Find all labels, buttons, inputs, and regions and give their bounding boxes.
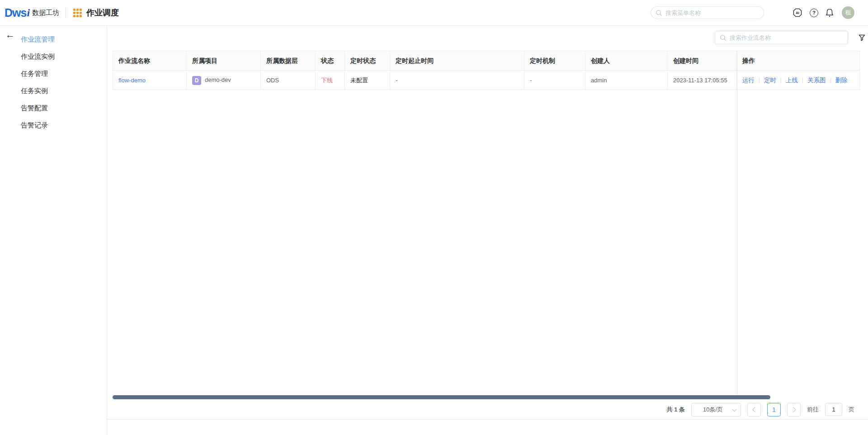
- pagination-bar: 共 1 条 10条/页 1 前往 页: [107, 400, 868, 420]
- fixed-column-divider: [737, 51, 737, 400]
- timer-mechanism-value: -: [524, 71, 585, 90]
- table-row: flow-demo Ddemo-dev ODS 下线 未配置 - - admin…: [113, 71, 860, 90]
- project-badge: D: [192, 76, 201, 85]
- topbar-left: Dwsi 数据工坊 作业调度: [5, 6, 119, 19]
- sidebar-item-alert-config[interactable]: 告警配置: [0, 99, 107, 117]
- relation-graph-button[interactable]: 关系图: [807, 76, 826, 85]
- col-data-layer: 所属数据层: [261, 51, 316, 71]
- goto-label: 前往: [807, 406, 819, 414]
- main-content: 作业流名称 所属项目 所属数据层 状态 定时状态 定时起止时间 定时机制 创建人…: [107, 26, 868, 435]
- workflow-table: 作业流名称 所属项目 所属数据层 状态 定时状态 定时起止时间 定时机制 创建人…: [113, 51, 860, 90]
- brand-logo-i: i: [27, 7, 30, 19]
- status-badge: 下线: [321, 77, 333, 84]
- online-button[interactable]: 上线: [786, 76, 798, 85]
- col-operations: 操作: [737, 51, 860, 71]
- timer-status-value: 未配置: [350, 77, 368, 84]
- topbar-divider: [66, 7, 66, 19]
- total-count: 共 1 条: [667, 406, 685, 414]
- chevron-right-icon: [791, 407, 796, 412]
- goto-page-input[interactable]: [825, 403, 842, 416]
- workflow-search-input[interactable]: [730, 34, 843, 41]
- bell-icon[interactable]: [825, 8, 834, 18]
- chevron-left-icon: [752, 407, 757, 412]
- page-size-select[interactable]: 10条/页: [691, 403, 741, 416]
- created-time-value: 2023-11-13 17:05:55: [668, 71, 737, 90]
- current-page-button[interactable]: 1: [767, 403, 781, 416]
- sidebar: ← 作业流管理 作业流实例 任务管理 任务实例 告警配置 告警记录: [0, 26, 107, 435]
- search-icon: [720, 34, 726, 41]
- back-arrow-icon[interactable]: ←: [5, 29, 15, 40]
- ai-assistant-icon[interactable]: AI: [792, 7, 803, 18]
- run-button[interactable]: 运行: [742, 76, 755, 85]
- creator-value: admin: [585, 71, 668, 90]
- prev-page-button[interactable]: [747, 403, 761, 416]
- sidebar-item-workflow-instance[interactable]: 作业流实例: [0, 48, 107, 65]
- delete-button[interactable]: 删除: [835, 76, 848, 85]
- menu-search-box[interactable]: [651, 6, 764, 19]
- page-unit-label: 页: [849, 406, 854, 414]
- page-title: 作业调度: [86, 7, 119, 18]
- sidebar-item-task-manage[interactable]: 任务管理: [0, 65, 107, 82]
- topbar-right: AI ? 租: [651, 6, 868, 19]
- filter-icon[interactable]: [858, 34, 866, 42]
- menu-search-input[interactable]: [665, 9, 759, 16]
- sidebar-item-task-instance[interactable]: 任务实例: [0, 82, 107, 99]
- col-creator: 创建人: [585, 51, 668, 71]
- col-project: 所属项目: [187, 51, 261, 71]
- topbar: Dwsi 数据工坊 作业调度 AI ? 租: [0, 0, 868, 26]
- col-timer-status: 定时状态: [345, 51, 390, 71]
- search-icon: [656, 9, 662, 16]
- workflow-name-link[interactable]: flow-demo: [118, 77, 146, 84]
- data-layer-value: ODS: [261, 71, 316, 90]
- horizontal-scrollbar[interactable]: [113, 395, 770, 399]
- project-name: demo-dev: [205, 76, 231, 83]
- col-timer-range: 定时起止时间: [390, 51, 524, 71]
- col-status: 状态: [316, 51, 345, 71]
- brand-logo: Dws: [5, 6, 26, 19]
- avatar[interactable]: 租: [842, 6, 854, 19]
- col-workflow-name: 作业流名称: [113, 51, 187, 71]
- timer-range-value: -: [390, 71, 524, 90]
- help-icon[interactable]: ?: [810, 9, 818, 17]
- col-created-time: 创建时间: [668, 51, 737, 71]
- table-header-row: 作业流名称 所属项目 所属数据层 状态 定时状态 定时起止时间 定时机制 创建人…: [113, 51, 860, 71]
- next-page-button[interactable]: [787, 403, 801, 416]
- workflow-search-box[interactable]: [715, 31, 848, 44]
- brand-product-name: 数据工坊: [32, 9, 59, 17]
- chevron-down-icon: [732, 407, 737, 411]
- sidebar-item-alert-record[interactable]: 告警记录: [0, 117, 107, 134]
- schedule-button[interactable]: 定时: [764, 76, 776, 85]
- col-timer-mechanism: 定时机制: [524, 51, 585, 71]
- sidebar-item-workflow-manage[interactable]: 作业流管理: [0, 31, 107, 48]
- apps-grid-icon[interactable]: [73, 9, 82, 17]
